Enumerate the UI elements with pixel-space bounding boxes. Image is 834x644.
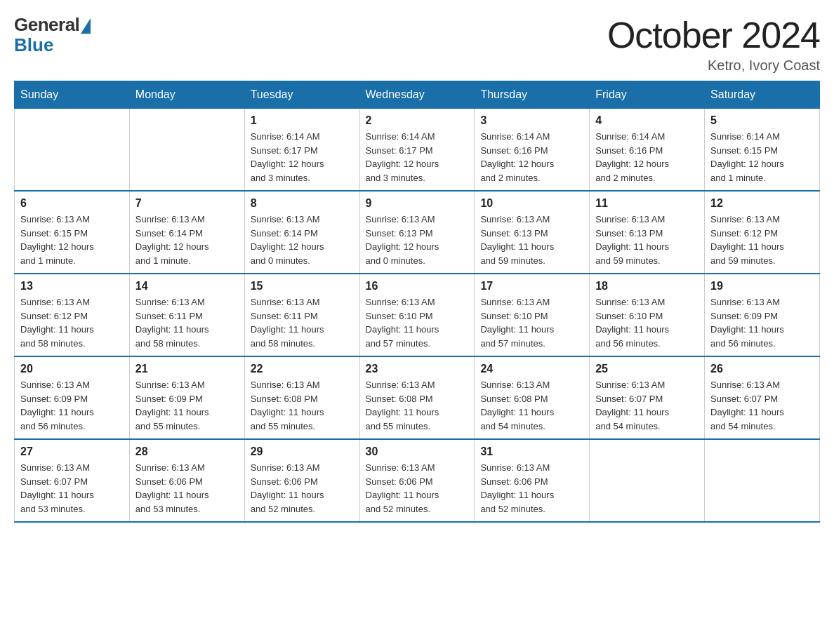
day-info: Sunrise: 6:13 AM Sunset: 6:08 PM Dayligh… <box>480 378 583 433</box>
day-info: Sunrise: 6:13 AM Sunset: 6:06 PM Dayligh… <box>135 461 239 516</box>
logo-blue-text: Blue <box>14 34 53 56</box>
calendar-cell: 14Sunrise: 6:13 AM Sunset: 6:11 PM Dayli… <box>129 274 244 356</box>
day-info: Sunrise: 6:13 AM Sunset: 6:07 PM Dayligh… <box>20 461 124 516</box>
day-info: Sunrise: 6:13 AM Sunset: 6:06 PM Dayligh… <box>480 461 583 516</box>
header-cell-wednesday: Wednesday <box>359 81 475 109</box>
calendar-cell: 1Sunrise: 6:14 AM Sunset: 6:17 PM Daylig… <box>244 109 359 192</box>
calendar-body: 1Sunrise: 6:14 AM Sunset: 6:17 PM Daylig… <box>15 109 820 523</box>
day-number: 21 <box>135 363 239 375</box>
day-info: Sunrise: 6:13 AM Sunset: 6:11 PM Dayligh… <box>251 295 354 350</box>
day-number: 3 <box>480 114 583 127</box>
day-number: 26 <box>710 363 814 375</box>
day-number: 15 <box>251 280 354 293</box>
day-info: Sunrise: 6:13 AM Sunset: 6:10 PM Dayligh… <box>480 295 583 350</box>
day-info: Sunrise: 6:13 AM Sunset: 6:15 PM Dayligh… <box>20 213 124 267</box>
calendar-cell: 13Sunrise: 6:13 AM Sunset: 6:12 PM Dayli… <box>15 274 130 356</box>
calendar-cell: 9Sunrise: 6:13 AM Sunset: 6:13 PM Daylig… <box>359 191 475 274</box>
day-info: Sunrise: 6:13 AM Sunset: 6:08 PM Dayligh… <box>251 378 354 433</box>
header-row: SundayMondayTuesdayWednesdayThursdayFrid… <box>15 81 820 109</box>
day-number: 4 <box>595 114 699 127</box>
logo-triangle-icon <box>81 18 91 34</box>
day-number: 8 <box>251 197 354 210</box>
day-number: 13 <box>20 280 124 293</box>
day-number: 16 <box>366 280 469 293</box>
day-info: Sunrise: 6:13 AM Sunset: 6:12 PM Dayligh… <box>710 213 814 267</box>
day-number: 29 <box>251 445 354 458</box>
day-number: 11 <box>595 197 699 210</box>
day-info: Sunrise: 6:13 AM Sunset: 6:13 PM Dayligh… <box>480 213 583 267</box>
calendar-week-1: 1Sunrise: 6:14 AM Sunset: 6:17 PM Daylig… <box>15 109 820 192</box>
page-header: General Blue October 2024 Ketro, Ivory C… <box>14 14 820 74</box>
calendar-cell: 17Sunrise: 6:13 AM Sunset: 6:10 PM Dayli… <box>475 274 590 356</box>
calendar-cell: 11Sunrise: 6:13 AM Sunset: 6:13 PM Dayli… <box>590 191 705 274</box>
day-number: 24 <box>480 363 583 375</box>
calendar-week-2: 6Sunrise: 6:13 AM Sunset: 6:15 PM Daylig… <box>15 191 820 274</box>
calendar-cell: 4Sunrise: 6:14 AM Sunset: 6:16 PM Daylig… <box>590 109 705 192</box>
day-info: Sunrise: 6:13 AM Sunset: 6:12 PM Dayligh… <box>20 295 124 350</box>
header-cell-sunday: Sunday <box>15 81 130 109</box>
calendar-cell: 30Sunrise: 6:13 AM Sunset: 6:06 PM Dayli… <box>359 439 475 522</box>
calendar-cell <box>590 439 705 522</box>
calendar-cell: 15Sunrise: 6:13 AM Sunset: 6:11 PM Dayli… <box>244 274 359 356</box>
day-number: 2 <box>366 114 469 127</box>
day-number: 17 <box>480 280 583 293</box>
day-number: 5 <box>710 114 814 127</box>
calendar-cell: 18Sunrise: 6:13 AM Sunset: 6:10 PM Dayli… <box>590 274 705 356</box>
calendar-cell: 16Sunrise: 6:13 AM Sunset: 6:10 PM Dayli… <box>359 274 475 356</box>
calendar-table: SundayMondayTuesdayWednesdayThursdayFrid… <box>14 81 820 523</box>
day-info: Sunrise: 6:13 AM Sunset: 6:10 PM Dayligh… <box>366 295 469 350</box>
calendar-cell <box>129 109 244 192</box>
logo: General Blue <box>14 14 91 56</box>
calendar-cell: 26Sunrise: 6:13 AM Sunset: 6:07 PM Dayli… <box>705 356 820 439</box>
day-number: 27 <box>20 445 124 458</box>
day-info: Sunrise: 6:13 AM Sunset: 6:09 PM Dayligh… <box>710 295 814 350</box>
calendar-header: SundayMondayTuesdayWednesdayThursdayFrid… <box>15 81 820 109</box>
day-info: Sunrise: 6:14 AM Sunset: 6:16 PM Dayligh… <box>595 130 699 185</box>
day-number: 25 <box>595 363 699 375</box>
day-info: Sunrise: 6:13 AM Sunset: 6:14 PM Dayligh… <box>251 213 354 267</box>
day-info: Sunrise: 6:13 AM Sunset: 6:06 PM Dayligh… <box>251 461 354 516</box>
day-info: Sunrise: 6:13 AM Sunset: 6:13 PM Dayligh… <box>595 213 699 267</box>
day-number: 6 <box>20 197 124 210</box>
calendar-cell: 21Sunrise: 6:13 AM Sunset: 6:09 PM Dayli… <box>129 356 244 439</box>
day-number: 19 <box>710 280 814 293</box>
day-info: Sunrise: 6:13 AM Sunset: 6:07 PM Dayligh… <box>595 378 699 433</box>
day-number: 1 <box>251 114 354 127</box>
day-number: 20 <box>20 363 124 375</box>
day-info: Sunrise: 6:13 AM Sunset: 6:06 PM Dayligh… <box>366 461 469 516</box>
day-number: 12 <box>710 197 814 210</box>
day-number: 18 <box>595 280 699 293</box>
day-number: 28 <box>135 445 239 458</box>
header-cell-thursday: Thursday <box>475 81 590 109</box>
header-cell-saturday: Saturday <box>705 81 820 109</box>
day-info: Sunrise: 6:13 AM Sunset: 6:11 PM Dayligh… <box>135 295 239 350</box>
day-info: Sunrise: 6:13 AM Sunset: 6:09 PM Dayligh… <box>135 378 239 433</box>
day-number: 9 <box>366 197 469 210</box>
day-info: Sunrise: 6:13 AM Sunset: 6:07 PM Dayligh… <box>710 378 814 433</box>
day-number: 23 <box>366 363 469 375</box>
day-info: Sunrise: 6:13 AM Sunset: 6:08 PM Dayligh… <box>366 378 469 433</box>
day-number: 22 <box>251 363 354 375</box>
day-info: Sunrise: 6:14 AM Sunset: 6:15 PM Dayligh… <box>710 130 814 185</box>
calendar-cell: 23Sunrise: 6:13 AM Sunset: 6:08 PM Dayli… <box>359 356 475 439</box>
calendar-cell: 3Sunrise: 6:14 AM Sunset: 6:16 PM Daylig… <box>475 109 590 192</box>
day-number: 10 <box>480 197 583 210</box>
calendar-cell: 8Sunrise: 6:13 AM Sunset: 6:14 PM Daylig… <box>244 191 359 274</box>
calendar-cell: 10Sunrise: 6:13 AM Sunset: 6:13 PM Dayli… <box>475 191 590 274</box>
day-info: Sunrise: 6:13 AM Sunset: 6:14 PM Dayligh… <box>135 213 239 267</box>
day-number: 14 <box>135 280 239 293</box>
header-cell-tuesday: Tuesday <box>244 81 359 109</box>
day-number: 30 <box>366 445 469 458</box>
calendar-week-4: 20Sunrise: 6:13 AM Sunset: 6:09 PM Dayli… <box>15 356 820 439</box>
calendar-cell <box>705 439 820 522</box>
calendar-cell: 22Sunrise: 6:13 AM Sunset: 6:08 PM Dayli… <box>244 356 359 439</box>
calendar-cell <box>15 109 130 192</box>
calendar-cell: 12Sunrise: 6:13 AM Sunset: 6:12 PM Dayli… <box>705 191 820 274</box>
calendar-cell: 2Sunrise: 6:14 AM Sunset: 6:17 PM Daylig… <box>359 109 475 192</box>
calendar-cell: 19Sunrise: 6:13 AM Sunset: 6:09 PM Dayli… <box>705 274 820 356</box>
header-cell-friday: Friday <box>590 81 705 109</box>
calendar-cell: 6Sunrise: 6:13 AM Sunset: 6:15 PM Daylig… <box>15 191 130 274</box>
calendar-cell: 24Sunrise: 6:13 AM Sunset: 6:08 PM Dayli… <box>475 356 590 439</box>
day-number: 7 <box>135 197 239 210</box>
calendar-week-5: 27Sunrise: 6:13 AM Sunset: 6:07 PM Dayli… <box>15 439 820 522</box>
